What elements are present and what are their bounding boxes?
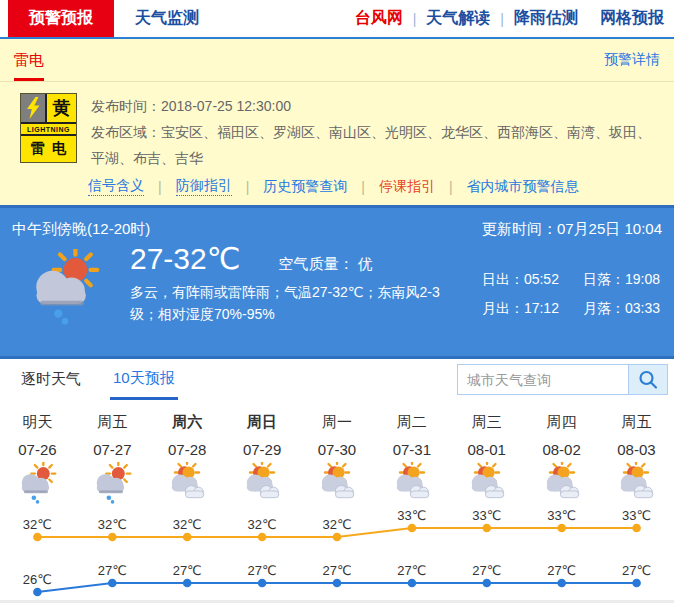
day-column-07-28[interactable]: 周六07-28 (150, 413, 225, 504)
alert-link-2[interactable]: 历史预警查询 (263, 178, 347, 196)
svg-text:27℃: 27℃ (322, 563, 351, 578)
sun-moon-label: 日出： (482, 271, 524, 287)
forecast-day-columns: 明天07-26 周五07-27 周六07-28 周日07-29 周一07-30 (0, 400, 674, 504)
alert-link-separator: | (449, 179, 453, 195)
search-input[interactable] (458, 365, 628, 394)
sun-moon-label: 月出： (482, 300, 524, 316)
day-column-07-29[interactable]: 周日07-29 (225, 413, 300, 504)
day-name: 周六 (150, 413, 225, 432)
badge-lightning-text: LIGHTNING (21, 124, 76, 136)
current-weather-icon (12, 241, 116, 325)
forecast-tabs: 逐时天气 10天预报 (0, 359, 674, 400)
day-column-08-03[interactable]: 周五08-03 (599, 413, 674, 504)
nav-links: 台风网|天气解读|降雨估测网格预报 (355, 0, 674, 37)
alert-text: 发布时间：2018-07-25 12:30:00 发布区域：宝安区、福田区、罗湖… (91, 93, 657, 171)
svg-text:27℃: 27℃ (248, 563, 277, 578)
day-column-07-27[interactable]: 周五07-27 (75, 413, 150, 504)
lightning-warning-badge: 黄 LIGHTNING 雷电 (20, 93, 77, 163)
city-weather-search (457, 364, 668, 395)
sun-moon-label: 月落： (583, 300, 625, 316)
publish-area-label: 发布区域： (91, 124, 161, 140)
forecast-period: 中午到傍晚(12-20时) (12, 220, 150, 239)
weather-icon-sun-cloudy (524, 462, 599, 504)
badge-type-text: 雷电 (21, 136, 76, 162)
air-quality: 空气质量： 优 (278, 255, 372, 274)
search-icon (637, 369, 659, 391)
sun-moon-times: 日出：05:52日落：19:08月出：17:12月落：03:33 (482, 271, 662, 325)
alert-link-separator: | (361, 179, 365, 195)
svg-text:27℃: 27℃ (98, 563, 127, 578)
nav-link-0[interactable]: 台风网 (355, 8, 403, 29)
weather-description: 多云，有阵雨或雷阵雨；气温27-32℃；东南风2-3级；相对湿度70%-95% (130, 281, 460, 325)
day-column-08-02[interactable]: 周四08-02 (524, 413, 599, 504)
day-column-07-30[interactable]: 周一07-30 (300, 413, 375, 504)
nav-tab-weather-monitor[interactable]: 天气监测 (114, 0, 220, 37)
nav-link-1[interactable]: 天气解读 (426, 8, 490, 29)
badge-level-char: 黄 (47, 94, 76, 122)
nav-link-3[interactable]: 网格预报 (600, 8, 664, 29)
day-date: 08-02 (524, 441, 599, 458)
weather-icon-sun-shower (0, 462, 75, 504)
air-quality-label: 空气质量： (278, 255, 353, 272)
svg-text:33℃: 33℃ (622, 508, 651, 523)
sun-moon-item-3: 月落：03:33 (583, 300, 660, 318)
publish-time-label: 发布时间： (91, 98, 161, 114)
svg-text:33℃: 33℃ (472, 508, 501, 523)
sun-moon-value: 17:12 (524, 300, 559, 316)
update-time-value: 07月25日 10:04 (557, 220, 662, 237)
alert-link-4[interactable]: 省内城市预警信息 (467, 178, 579, 196)
sun-moon-item-1: 日落：19:08 (583, 271, 660, 289)
nav-tab-warning-forecast[interactable]: 预警预报 (8, 0, 114, 37)
svg-text:32℃: 32℃ (98, 517, 127, 532)
day-date: 07-27 (75, 441, 150, 458)
alert-links: 信号含义|防御指引|历史预警查询|停课指引|省内城市预警信息 (0, 171, 674, 196)
top-nav: 预警预报 天气监测 台风网|天气解读|降雨估测网格预报 (0, 0, 674, 39)
nav-separator: | (500, 11, 504, 27)
day-column-07-31[interactable]: 周二07-31 (374, 413, 449, 504)
weather-icon-sun-cloudy (150, 462, 225, 504)
day-name: 周日 (225, 413, 300, 432)
day-date: 07-30 (300, 441, 375, 458)
day-date: 08-03 (599, 441, 674, 458)
lightning-bolt-icon (21, 94, 47, 122)
warning-detail-link[interactable]: 预警详情 (604, 51, 660, 69)
day-date: 07-28 (150, 441, 225, 458)
svg-text:27℃: 27℃ (622, 563, 651, 578)
air-quality-value: 优 (358, 255, 373, 272)
day-column-07-26[interactable]: 明天07-26 (0, 413, 75, 504)
update-time-label: 更新时间： (482, 220, 557, 237)
svg-text:32℃: 32℃ (322, 517, 351, 532)
alert-head: 雷电 预警详情 (0, 39, 674, 81)
weather-icon-sun-cloudy (449, 462, 524, 504)
svg-text:27℃: 27℃ (547, 563, 576, 578)
day-date: 08-01 (449, 441, 524, 458)
nav-link-2[interactable]: 降雨估测 (514, 8, 578, 29)
publish-area-value: 宝安区、福田区、罗湖区、南山区、光明区、龙华区、西部海区、南湾、坂田、平湖、布吉… (91, 124, 651, 166)
tab-10day-forecast[interactable]: 10天预报 (110, 359, 178, 400)
publish-time-value: 2018-07-25 12:30:00 (161, 98, 291, 114)
day-name: 周五 (599, 413, 674, 432)
day-column-08-01[interactable]: 周三08-01 (449, 413, 524, 504)
svg-text:27℃: 27℃ (472, 563, 501, 578)
sun-moon-item-2: 月出：17:12 (482, 300, 559, 318)
alert-tab-lightning[interactable]: 雷电 (14, 51, 44, 81)
alert-link-3[interactable]: 停课指引 (379, 178, 435, 196)
search-button[interactable] (628, 365, 667, 394)
sun-moon-value: 19:08 (625, 271, 660, 287)
day-name: 周一 (300, 413, 375, 432)
tab-hourly-weather[interactable]: 逐时天气 (18, 359, 84, 400)
day-date: 07-29 (225, 441, 300, 458)
day-name: 明天 (0, 413, 75, 432)
alert-link-separator: | (158, 179, 162, 195)
svg-text:33℃: 33℃ (397, 508, 426, 523)
weather-icon-sun-cloudy (225, 462, 300, 504)
svg-text:32℃: 32℃ (173, 517, 202, 532)
temperature-range: 27-32℃ (130, 241, 240, 276)
alert-link-1[interactable]: 防御指引 (176, 177, 232, 196)
sun-moon-value: 03:33 (625, 300, 660, 316)
alert-link-0[interactable]: 信号含义 (88, 177, 144, 196)
svg-text:33℃: 33℃ (547, 508, 576, 523)
temperature-chart-svg: 32℃32℃32℃32℃32℃33℃33℃33℃33℃26℃27℃27℃27℃2… (0, 508, 674, 600)
sun-moon-item-0: 日出：05:52 (482, 271, 559, 289)
svg-text:32℃: 32℃ (248, 517, 277, 532)
